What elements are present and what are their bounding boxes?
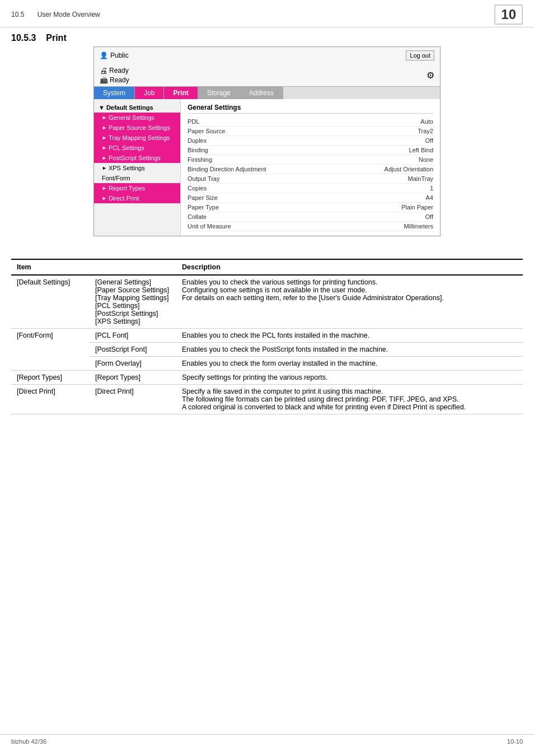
arrow-icon: ► — [102, 195, 107, 201]
user-icon — [100, 52, 108, 59]
sub-cell: [PostScript Font] — [90, 343, 176, 357]
settings-row-paper-source: Paper Source Tray2 — [188, 127, 433, 136]
status-text-1: Ready — [109, 67, 129, 74]
tab-bar: System Job Print Storage Address — [94, 86, 440, 99]
page-header: 10.5 User Mode Overview 10 — [0, 0, 534, 27]
status-item-2: 📠 Ready — [100, 76, 129, 84]
table-row: [Default Settings] [General Settings] [P… — [11, 275, 523, 329]
settings-row-output-tray: Output Tray MainTray — [188, 174, 433, 184]
logout-button[interactable]: Log out — [406, 50, 434, 60]
doc-content: Item Description [Default Settings] [Gen… — [0, 248, 534, 420]
ui-content-area: ▼ Default Settings ► General Settings ► … — [94, 99, 440, 236]
sub-cell: [Report Types] — [90, 371, 176, 385]
arrow-icon: ► — [102, 165, 107, 171]
tab-print[interactable]: Print — [164, 87, 198, 99]
sidebar-group-label: ▼ Default Settings — [94, 102, 180, 113]
settings-row-finishing: Finishing None — [188, 155, 433, 165]
desc-cell: Specify settings for printing the variou… — [176, 371, 523, 385]
footer-left: bizhub 42/36 — [11, 738, 46, 745]
ui-top-bar: Public Log out — [94, 47, 440, 64]
sub-cell: [General Settings] [Paper Source Setting… — [90, 275, 176, 329]
settings-icon[interactable]: ⚙ — [427, 70, 434, 81]
item-cell: [Report Types] — [11, 371, 90, 385]
section-number: 10.5 — [11, 11, 24, 18]
status-text-2: Ready — [110, 76, 129, 84]
username: Public — [110, 52, 129, 59]
sidebar-item-xps[interactable]: ► XPS Settings — [94, 163, 180, 173]
page-footer: bizhub 42/36 10-10 — [0, 734, 534, 745]
settings-row-binding-direction: Binding Direction Adjustment Adjust Orie… — [188, 165, 433, 174]
status-row: 🖨 Ready 📠 Ready ⚙ — [94, 64, 440, 86]
printer-icon: 🖨 — [100, 66, 107, 75]
sidebar-item-paper-source[interactable]: ► Paper Source Settings — [94, 123, 180, 133]
sidebar-item-postscript[interactable]: ► PostScript Settings — [94, 153, 180, 163]
sub-cell: [Direct Print] — [90, 385, 176, 414]
settings-row-pdl: PDL Auto — [188, 117, 433, 127]
fax-icon: 📠 — [100, 76, 108, 84]
settings-row-unit: Unit of Measure Millimeters — [188, 222, 433, 231]
settings-row-binding: Binding Left Bind — [188, 146, 433, 155]
footer-right: 10-10 — [507, 738, 523, 745]
description-table: Item Description [Default Settings] [Gen… — [11, 259, 523, 414]
ui-main-content: General Settings PDL Auto Paper Source T… — [181, 99, 440, 236]
desc-cell: Enables you to check the PostScript font… — [176, 343, 523, 357]
sub-cell: [PCL Font] — [90, 329, 176, 343]
desc-cell: Enables you to check the PCL fonts insta… — [176, 329, 523, 343]
tab-system[interactable]: System — [94, 87, 135, 99]
item-cell: [Direct Print] — [11, 385, 90, 414]
item-cell: [Default Settings] — [11, 275, 90, 329]
desc-cell: Specify a file saved in the computer to … — [176, 385, 523, 414]
tab-job[interactable]: Job — [135, 87, 164, 99]
table-row: [Direct Print] [Direct Print] Specify a … — [11, 385, 523, 414]
subsection-title: 10.5.3 Print — [0, 27, 534, 46]
tab-storage[interactable]: Storage — [198, 87, 240, 99]
tab-address[interactable]: Address — [240, 87, 283, 99]
arrow-icon: ► — [102, 145, 107, 151]
desc-cell: Enables you to check the various setting… — [176, 275, 523, 329]
settings-row-duplex: Duplex Off — [188, 136, 433, 146]
arrow-icon: ► — [102, 125, 107, 130]
sidebar-item-report-types[interactable]: ► Report Types — [94, 183, 180, 193]
col-header-desc: Description — [176, 259, 523, 275]
col-header-sub — [90, 259, 176, 275]
arrow-icon: ► — [102, 135, 107, 141]
settings-row-collate: Collate Off — [188, 212, 433, 222]
table-row: [Report Types] [Report Types] Specify se… — [11, 371, 523, 385]
sidebar-item-general-settings[interactable]: ► General Settings — [94, 113, 180, 123]
header-section-info: 10.5 User Mode Overview — [11, 11, 100, 18]
chapter-number: 10 — [494, 4, 523, 25]
group-triangle: ▼ — [99, 104, 105, 111]
arrow-icon: ► — [102, 115, 107, 120]
col-header-item: Item — [11, 259, 90, 275]
arrow-icon: ► — [102, 185, 107, 191]
ui-sidebar: ▼ Default Settings ► General Settings ► … — [94, 99, 181, 236]
desc-cell: Enables you to check the form overlay in… — [176, 357, 523, 371]
settings-row-paper-type: Paper Type Plain Paper — [188, 203, 433, 212]
status-item-1: 🖨 Ready — [100, 66, 129, 75]
user-area: Public — [100, 52, 129, 59]
main-content-title: General Settings — [188, 104, 433, 114]
section-title: User Mode Overview — [38, 11, 100, 18]
item-cell: [Font/Form] — [11, 329, 90, 371]
sidebar-item-tray-mapping[interactable]: ► Tray Mapping Settings — [94, 133, 180, 143]
settings-row-paper-size: Paper Size A4 — [188, 193, 433, 203]
table-row: [Font/Form] [PCL Font] Enables you to ch… — [11, 329, 523, 343]
sub-cell: [Form Overlay] — [90, 357, 176, 371]
settings-row-copies: Copies 1 — [188, 184, 433, 193]
arrow-icon: ► — [102, 155, 107, 161]
sidebar-item-font-form[interactable]: Font/Form — [94, 173, 180, 183]
ui-screenshot: Public Log out 🖨 Ready 📠 Ready ⚙ System … — [93, 46, 441, 236]
sidebar-item-pcl[interactable]: ► PCL Settings — [94, 143, 180, 153]
sidebar-item-direct-print[interactable]: ► Direct Print — [94, 193, 180, 203]
settings-table: PDL Auto Paper Source Tray2 Duplex Off B… — [188, 117, 433, 231]
